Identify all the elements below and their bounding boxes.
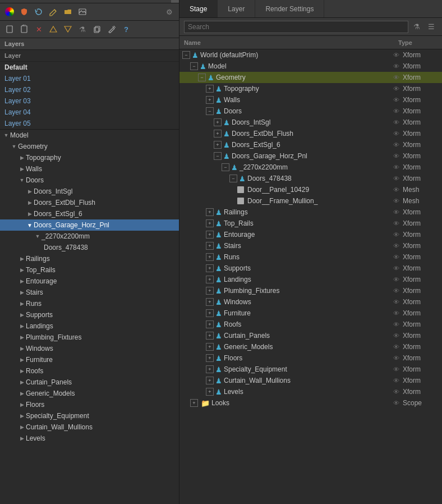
tree-floors[interactable]: ▶ Floors <box>0 399 179 410</box>
walls-expand-icon[interactable]: ▶ <box>18 166 26 172</box>
layer-default[interactable]: Default <box>0 62 179 73</box>
tab-layer[interactable]: Layer <box>218 0 255 17</box>
tree-levels[interactable]: ▶ Levels <box>0 433 179 444</box>
curtain-mullions-expand-icon[interactable]: ▶ <box>18 424 26 430</box>
tree-model[interactable]: ▼ Model <box>0 130 179 141</box>
stage-doors-extsgl[interactable]: + ♟ Doors_ExtSgl_6 👁 Xform <box>179 139 442 150</box>
image-icon[interactable] <box>76 6 89 18</box>
topography-expand-icon[interactable]: + <box>206 85 214 93</box>
stage-geometry[interactable]: − ♟ Geometry 👁 Xform <box>179 72 442 83</box>
toprails-vis-icon[interactable]: 👁 <box>393 220 399 227</box>
runs-expand-icon[interactable]: ▶ <box>18 301 26 306</box>
supports-expand-icon[interactable]: + <box>206 264 214 272</box>
tree-entourage[interactable]: ▶ Entourage <box>0 276 179 287</box>
specialty-expand-icon[interactable]: + <box>206 365 214 373</box>
doors-collapse-icon[interactable]: ▼ <box>18 177 26 183</box>
stairs-vis-icon[interactable]: 👁 <box>393 242 399 249</box>
tab-stage[interactable]: Stage <box>179 0 218 17</box>
down-triangle-icon[interactable] <box>62 23 74 35</box>
topography-vis-icon[interactable]: 👁 <box>393 85 399 92</box>
2270x2200-vis-icon[interactable]: 👁 <box>393 164 399 171</box>
windows-vis-icon[interactable]: 👁 <box>393 299 399 305</box>
levels-expand-icon[interactable]: ▶ <box>18 436 26 441</box>
toprails-expand-icon[interactable]: + <box>206 219 214 227</box>
curtain-panels-vis-icon[interactable]: 👁 <box>393 332 399 339</box>
2270x2200-collapse-icon[interactable]: ▼ <box>34 233 42 239</box>
plumbing-vis-icon[interactable]: 👁 <box>393 287 399 294</box>
stage-doors-intsgl[interactable]: + ♟ Doors_IntSgl 👁 Xform <box>179 117 442 128</box>
triangle-icon[interactable] <box>47 23 59 35</box>
roofs-expand-icon[interactable]: ▶ <box>18 368 26 374</box>
tree-windows[interactable]: ▶ Windows <box>0 343 179 354</box>
tree-toprails[interactable]: ▶ Top_Rails <box>0 264 179 276</box>
looks-vis-icon[interactable]: 👁 <box>393 400 399 406</box>
stage-doors-478438[interactable]: − ♟ Doors_478438 👁 Xform <box>179 173 442 184</box>
stage-world[interactable]: − ♟ World (defaultPrim) 👁 Xform <box>179 49 442 61</box>
geometry-vis-icon[interactable]: 👁 <box>393 74 399 81</box>
layer-05[interactable]: Layer 05 <box>0 118 179 129</box>
stage-door-panel[interactable]: Door__Panel_10429 👁 Mesh <box>179 184 442 195</box>
doors-vis-icon[interactable]: 👁 <box>393 108 399 114</box>
tree-doors-intsgl[interactable]: ▶ Doors_IntSgl <box>0 186 179 197</box>
geometry-collapse-icon[interactable]: − <box>198 74 206 81</box>
stage-doors[interactable]: − ♟ Doors 👁 Xform <box>179 106 442 117</box>
door-frame-vis-icon[interactable]: 👁 <box>393 198 399 204</box>
curtain-mullions-expand-icon[interactable]: + <box>206 377 214 384</box>
tree-railings[interactable]: ▶ Railings <box>0 253 179 264</box>
roofs-expand-icon[interactable]: + <box>206 320 214 328</box>
stage-walls[interactable]: + ♟ Walls 👁 Xform <box>179 94 442 106</box>
tree-roofs[interactable]: ▶ Roofs <box>0 365 179 377</box>
stage-topography[interactable]: + ♟ Topography 👁 Xform <box>179 83 442 94</box>
stairs-expand-icon[interactable]: + <box>206 242 214 250</box>
windows-expand-icon[interactable]: ▶ <box>18 346 26 351</box>
doors-extsgl-expand-icon[interactable]: ▶ <box>26 211 34 217</box>
doors-intsgl-expand-icon[interactable]: + <box>214 118 222 126</box>
landings-expand-icon[interactable]: + <box>206 276 214 283</box>
curtain-mullions-vis-icon[interactable]: 👁 <box>393 377 399 384</box>
doors-extdbl-expand-icon[interactable]: + <box>214 130 222 138</box>
tree-supports[interactable]: ▶ Supports <box>0 309 179 320</box>
478438-vis-icon[interactable]: 👁 <box>393 175 399 182</box>
specialty-expand-icon[interactable]: ▶ <box>18 413 26 419</box>
generic-models-vis-icon[interactable]: 👁 <box>393 343 399 350</box>
stage-windows[interactable]: + ♟ Windows 👁 Xform <box>179 296 442 308</box>
levels-vis-icon[interactable]: 👁 <box>393 388 399 395</box>
tree-geometry[interactable]: ▼ Geometry <box>0 141 179 152</box>
doors-garage-vis-icon[interactable]: 👁 <box>393 153 399 159</box>
478438-collapse-icon[interactable]: − <box>229 175 237 182</box>
doors-extsgl-vis-icon[interactable]: 👁 <box>393 141 399 148</box>
stage-doors-extdbl[interactable]: + ♟ Doors_ExtDbl_Flush 👁 Xform <box>179 128 442 139</box>
windows-expand-icon[interactable]: + <box>206 298 214 306</box>
2270x2200-collapse-icon[interactable]: − <box>222 163 229 171</box>
stage-plumbing[interactable]: + ♟ Plumbing_Fixtures 👁 Xform <box>179 285 442 296</box>
curtain-panels-expand-icon[interactable]: ▶ <box>18 379 26 385</box>
toprails-expand-icon[interactable]: ▶ <box>18 267 26 273</box>
filter-icon[interactable]: ⚗ <box>76 23 89 35</box>
tree-doors-extdbl[interactable]: ▶ Doors_ExtDbl_Flush <box>0 197 179 208</box>
doors-garage-collapse-icon[interactable]: ▼ <box>26 222 34 228</box>
stage-toprails[interactable]: + ♟ Top_Rails 👁 Xform <box>179 218 442 229</box>
levels-expand-icon[interactable]: + <box>206 388 214 396</box>
folder-icon[interactable] <box>62 6 74 18</box>
tree-walls[interactable]: ▶ Walls <box>0 163 179 175</box>
scroll-down[interactable] <box>171 2 179 3</box>
shield-icon[interactable] <box>18 6 30 18</box>
generic-models-expand-icon[interactable]: ▶ <box>18 391 26 396</box>
stage-specialty[interactable]: + ♟ Specialty_Equipment 👁 Xform <box>179 364 442 375</box>
stage-railings[interactable]: + ♟ Railings 👁 Xform <box>179 207 442 218</box>
world-collapse-icon[interactable]: − <box>182 51 190 59</box>
walls-expand-icon[interactable]: + <box>206 96 214 104</box>
stage-curtain-panels[interactable]: + ♟ Curtain_Panels 👁 Xform <box>179 330 442 341</box>
tree-curtain-panels[interactable]: ▶ Curtain_Panels <box>0 377 179 388</box>
delete-icon[interactable]: ✕ <box>33 23 45 35</box>
railings-expand-icon[interactable]: ▶ <box>18 256 26 262</box>
railings-expand-icon[interactable]: + <box>206 208 214 216</box>
tree-specialty[interactable]: ▶ Specialty_Equipment <box>0 410 179 421</box>
doors-extsgl-expand-icon[interactable]: + <box>214 141 222 149</box>
railings-vis-icon[interactable]: 👁 <box>393 209 399 216</box>
layer-03[interactable]: Layer 03 <box>0 95 179 107</box>
floors-vis-icon[interactable]: 👁 <box>393 355 399 361</box>
stage-doors-garage[interactable]: − ♟ Doors_Garage_Horz_Pnl 👁 Xform <box>179 150 442 162</box>
tree-stairs[interactable]: ▶ Stairs <box>0 287 179 298</box>
furniture-expand-icon[interactable]: ▶ <box>18 357 26 363</box>
